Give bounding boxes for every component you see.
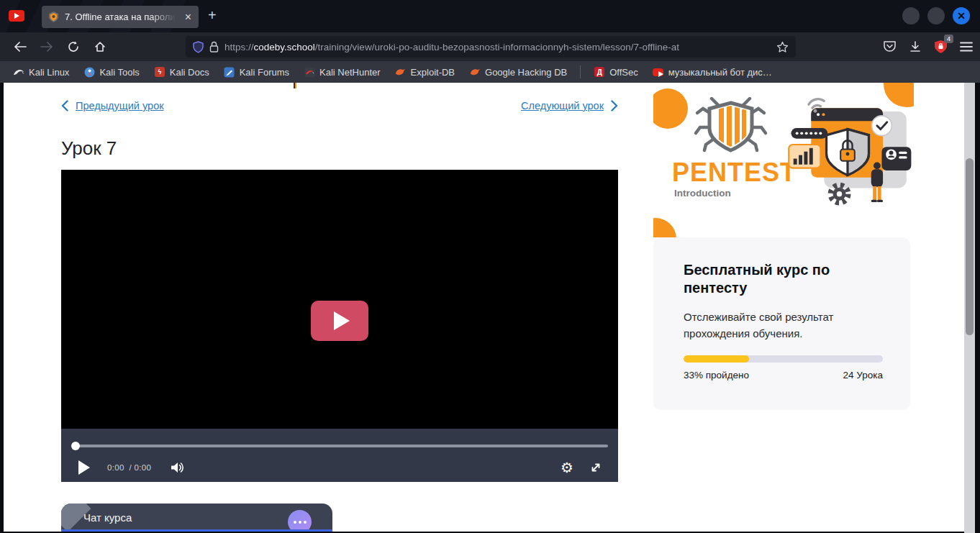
video-player: 0:00 / 0:00 ⚙ <box>61 170 618 482</box>
google-hacking-db-icon <box>469 66 481 78</box>
video-surface[interactable] <box>61 170 618 429</box>
url-bar[interactable]: https://codeby.school/training/view/urok… <box>186 36 796 58</box>
bookmark-star-icon[interactable] <box>776 41 789 53</box>
big-play-button[interactable] <box>311 301 368 341</box>
course-progress-stats: 33% пройдено 24 Урока <box>684 370 883 381</box>
tab-close-icon[interactable]: × <box>183 12 193 23</box>
nav-toolbar: https://codeby.school/training/view/urok… <box>0 32 980 61</box>
player-controls: 0:00 / 0:00 ⚙ <box>61 429 618 482</box>
chat-bubble-icon[interactable] <box>288 510 312 532</box>
bookmark-kali-linux[interactable]: Kali Linux <box>7 64 75 80</box>
bookmark-kali-docs[interactable]: ϟ Kali Docs <box>148 64 215 80</box>
orange-blob <box>653 88 688 129</box>
time-display: 0:00 / 0:00 <box>107 463 151 472</box>
bookmark-label: Google Hacking DB <box>485 67 567 78</box>
offsec-icon: Д <box>594 66 605 78</box>
close-button[interactable]: ✕ <box>953 7 970 24</box>
back-icon[interactable] <box>9 37 32 57</box>
bookmark-label: OffSec <box>609 67 638 78</box>
page-scrollbar[interactable] <box>964 83 975 533</box>
bookmark-offsec[interactable]: Д OffSec <box>588 64 644 80</box>
forward-icon[interactable] <box>35 37 58 57</box>
chat-accent-strip <box>61 529 332 532</box>
pentest-bug-logo-icon <box>693 97 768 156</box>
menu-hamburger-icon[interactable] <box>960 42 973 52</box>
lesson-title: Урок 7 <box>61 137 117 160</box>
bookmarks-toolbar: Kali Linux Kali Tools ϟ Kali Docs Kali F… <box>0 61 980 83</box>
window-controls: ✕ <box>902 7 970 24</box>
maximize-button[interactable] <box>927 7 945 24</box>
minimize-button[interactable] <box>902 7 920 24</box>
chevron-right-icon <box>611 100 618 111</box>
reload-icon[interactable] <box>62 37 85 57</box>
course-card-description: Отслеживайте свой результат прохождения … <box>684 309 863 342</box>
prev-lesson[interactable]: Предыдущий урок <box>61 100 164 111</box>
settings-gear-icon[interactable]: ⚙ <box>561 460 573 475</box>
titlebar: 7. Offline атака на пароли × + ✕ <box>0 0 980 32</box>
lesson-navigation: Предыдущий урок Следующий урок <box>61 100 618 111</box>
codeby-favicon-icon <box>47 11 60 23</box>
extension-badge: 4 <box>944 35 953 43</box>
lessons-count-label: 24 Урока <box>843 370 883 381</box>
bookmark-label: Kali Docs <box>170 67 209 78</box>
toolbar-right-icons: 4 <box>883 36 973 58</box>
scrollbar-thumb[interactable] <box>966 158 974 335</box>
next-lesson[interactable]: Следующий урок <box>521 100 618 111</box>
course-progress-card: Бесплатный курс по пентесту Отслеживайте… <box>653 237 910 410</box>
pinned-tab-youtube[interactable] <box>7 8 26 24</box>
bookmarks-separator <box>580 65 581 78</box>
seek-bar[interactable] <box>72 445 608 447</box>
pocket-icon[interactable] <box>883 40 897 53</box>
bookmark-music-bot[interactable]: музыкальный бот дис… <box>647 64 778 80</box>
page-content: Предыдущий урок Следующий урок Урок 7 0:… <box>4 83 964 532</box>
tab-title: 7. Offline атака на пароли <box>65 12 178 22</box>
course-progress-fill <box>684 355 749 363</box>
progress-percent-label: 33% пройдено <box>684 370 749 381</box>
course-card-title: Бесплатный курс по пентесту <box>684 261 871 297</box>
brand-subtitle: Introduction <box>674 188 731 199</box>
seek-thumb[interactable] <box>71 442 80 450</box>
course-banner[interactable]: PENTEST Introduction <box>653 83 914 237</box>
chevron-left-icon <box>61 100 68 111</box>
kali-linux-icon <box>13 66 24 78</box>
bookmark-label: музыкальный бот дис… <box>668 67 772 78</box>
bookmark-kali-nethunter[interactable]: Kali NetHunter <box>298 64 386 80</box>
home-icon[interactable] <box>89 37 112 57</box>
course-sidebar: PENTEST Introduction <box>653 83 914 410</box>
bookmark-exploit-db[interactable]: Exploit-DB <box>389 64 460 80</box>
bookmark-label: Kali Tools <box>99 67 139 78</box>
prev-lesson-link[interactable]: Предыдущий урок <box>76 100 164 111</box>
kali-nethunter-icon <box>304 66 315 78</box>
bookmark-kali-tools[interactable]: Kali Tools <box>78 64 145 80</box>
bookmark-label: Kali NetHunter <box>319 67 381 78</box>
fullscreen-icon[interactable] <box>589 461 602 474</box>
download-icon[interactable] <box>909 40 922 53</box>
active-tab[interactable]: 7. Offline атака на пароли × <box>42 6 199 28</box>
browser-window: 7. Offline атака на пароли × + ✕ <box>0 0 980 533</box>
bookmark-google-hacking-db[interactable]: Google Hacking DB <box>463 64 573 80</box>
adblock-extension-icon[interactable]: 4 <box>934 40 948 54</box>
play-icon[interactable] <box>78 460 90 475</box>
kali-forums-icon <box>224 66 235 78</box>
bookmark-label: Exploit-DB <box>411 67 455 78</box>
clipped-heading-fragment <box>294 83 296 88</box>
chat-title: Чат курса <box>83 511 132 524</box>
url-text: https://codeby.school/training/view/urok… <box>224 42 771 53</box>
kali-docs-icon: ϟ <box>154 66 165 78</box>
youtube-icon <box>9 10 24 22</box>
course-progress-bar <box>684 355 883 363</box>
kali-tools-icon <box>83 66 95 78</box>
bookmark-label: Kali Linux <box>29 67 69 78</box>
new-tab-button[interactable]: + <box>208 7 217 24</box>
orange-blob <box>653 218 676 237</box>
volume-icon[interactable] <box>170 461 184 474</box>
next-lesson-link[interactable]: Следующий урок <box>521 100 604 111</box>
exploit-db-icon <box>395 66 407 78</box>
bookmark-label: Kali Forums <box>240 67 289 78</box>
youtube-icon <box>653 66 664 78</box>
lock-icon <box>209 41 219 53</box>
security-illustration <box>783 93 912 215</box>
bookmark-kali-forums[interactable]: Kali Forums <box>218 64 295 80</box>
course-chat-panel[interactable]: Чат курса <box>61 504 332 532</box>
tracking-protection-shield-icon[interactable] <box>193 41 204 53</box>
